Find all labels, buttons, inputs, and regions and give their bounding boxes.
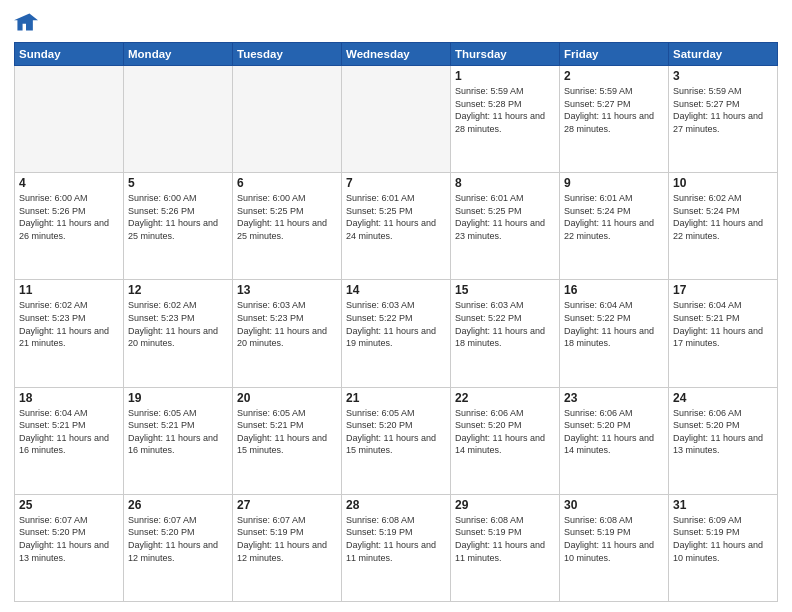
- day-number: 14: [346, 283, 446, 297]
- day-info: Sunrise: 6:00 AMSunset: 5:25 PMDaylight:…: [237, 192, 337, 242]
- logo: [14, 10, 42, 34]
- calendar-cell: 15Sunrise: 6:03 AMSunset: 5:22 PMDayligh…: [451, 280, 560, 387]
- day-info: Sunrise: 6:05 AMSunset: 5:20 PMDaylight:…: [346, 407, 446, 457]
- day-info: Sunrise: 5:59 AMSunset: 5:28 PMDaylight:…: [455, 85, 555, 135]
- calendar-cell: [15, 66, 124, 173]
- day-number: 28: [346, 498, 446, 512]
- calendar-cell: 1Sunrise: 5:59 AMSunset: 5:28 PMDaylight…: [451, 66, 560, 173]
- day-info: Sunrise: 6:02 AMSunset: 5:23 PMDaylight:…: [128, 299, 228, 349]
- day-info: Sunrise: 6:06 AMSunset: 5:20 PMDaylight:…: [564, 407, 664, 457]
- day-info: Sunrise: 6:03 AMSunset: 5:22 PMDaylight:…: [455, 299, 555, 349]
- day-number: 13: [237, 283, 337, 297]
- day-info: Sunrise: 6:07 AMSunset: 5:20 PMDaylight:…: [19, 514, 119, 564]
- day-info: Sunrise: 6:06 AMSunset: 5:20 PMDaylight:…: [455, 407, 555, 457]
- calendar-cell: 14Sunrise: 6:03 AMSunset: 5:22 PMDayligh…: [342, 280, 451, 387]
- calendar-cell: 18Sunrise: 6:04 AMSunset: 5:21 PMDayligh…: [15, 387, 124, 494]
- calendar-cell: 12Sunrise: 6:02 AMSunset: 5:23 PMDayligh…: [124, 280, 233, 387]
- calendar-table: SundayMondayTuesdayWednesdayThursdayFrid…: [14, 42, 778, 602]
- day-info: Sunrise: 6:09 AMSunset: 5:19 PMDaylight:…: [673, 514, 773, 564]
- col-header-thursday: Thursday: [451, 43, 560, 66]
- day-info: Sunrise: 6:07 AMSunset: 5:20 PMDaylight:…: [128, 514, 228, 564]
- calendar-cell: 6Sunrise: 6:00 AMSunset: 5:25 PMDaylight…: [233, 173, 342, 280]
- day-info: Sunrise: 6:05 AMSunset: 5:21 PMDaylight:…: [237, 407, 337, 457]
- day-number: 31: [673, 498, 773, 512]
- day-info: Sunrise: 6:01 AMSunset: 5:24 PMDaylight:…: [564, 192, 664, 242]
- day-info: Sunrise: 6:03 AMSunset: 5:22 PMDaylight:…: [346, 299, 446, 349]
- day-number: 20: [237, 391, 337, 405]
- calendar-cell: [124, 66, 233, 173]
- calendar-cell: 23Sunrise: 6:06 AMSunset: 5:20 PMDayligh…: [560, 387, 669, 494]
- calendar-cell: 13Sunrise: 6:03 AMSunset: 5:23 PMDayligh…: [233, 280, 342, 387]
- day-number: 27: [237, 498, 337, 512]
- day-number: 12: [128, 283, 228, 297]
- calendar-cell: 17Sunrise: 6:04 AMSunset: 5:21 PMDayligh…: [669, 280, 778, 387]
- day-info: Sunrise: 6:06 AMSunset: 5:20 PMDaylight:…: [673, 407, 773, 457]
- calendar-header-row: SundayMondayTuesdayWednesdayThursdayFrid…: [15, 43, 778, 66]
- calendar-cell: 16Sunrise: 6:04 AMSunset: 5:22 PMDayligh…: [560, 280, 669, 387]
- col-header-saturday: Saturday: [669, 43, 778, 66]
- calendar-cell: 27Sunrise: 6:07 AMSunset: 5:19 PMDayligh…: [233, 494, 342, 601]
- day-number: 22: [455, 391, 555, 405]
- calendar-cell: 10Sunrise: 6:02 AMSunset: 5:24 PMDayligh…: [669, 173, 778, 280]
- col-header-sunday: Sunday: [15, 43, 124, 66]
- week-row-3: 11Sunrise: 6:02 AMSunset: 5:23 PMDayligh…: [15, 280, 778, 387]
- calendar-cell: 24Sunrise: 6:06 AMSunset: 5:20 PMDayligh…: [669, 387, 778, 494]
- day-number: 21: [346, 391, 446, 405]
- day-info: Sunrise: 6:07 AMSunset: 5:19 PMDaylight:…: [237, 514, 337, 564]
- day-number: 5: [128, 176, 228, 190]
- day-number: 7: [346, 176, 446, 190]
- col-header-friday: Friday: [560, 43, 669, 66]
- calendar-cell: 30Sunrise: 6:08 AMSunset: 5:19 PMDayligh…: [560, 494, 669, 601]
- day-info: Sunrise: 6:04 AMSunset: 5:21 PMDaylight:…: [673, 299, 773, 349]
- day-number: 26: [128, 498, 228, 512]
- day-number: 16: [564, 283, 664, 297]
- day-number: 6: [237, 176, 337, 190]
- day-number: 9: [564, 176, 664, 190]
- week-row-2: 4Sunrise: 6:00 AMSunset: 5:26 PMDaylight…: [15, 173, 778, 280]
- logo-icon: [14, 10, 38, 34]
- day-number: 4: [19, 176, 119, 190]
- day-number: 10: [673, 176, 773, 190]
- week-row-1: 1Sunrise: 5:59 AMSunset: 5:28 PMDaylight…: [15, 66, 778, 173]
- svg-marker-0: [14, 13, 38, 30]
- calendar-cell: 31Sunrise: 6:09 AMSunset: 5:19 PMDayligh…: [669, 494, 778, 601]
- day-info: Sunrise: 6:08 AMSunset: 5:19 PMDaylight:…: [346, 514, 446, 564]
- calendar-cell: 2Sunrise: 5:59 AMSunset: 5:27 PMDaylight…: [560, 66, 669, 173]
- day-number: 1: [455, 69, 555, 83]
- calendar-cell: 8Sunrise: 6:01 AMSunset: 5:25 PMDaylight…: [451, 173, 560, 280]
- header: [14, 10, 778, 34]
- day-info: Sunrise: 6:04 AMSunset: 5:22 PMDaylight:…: [564, 299, 664, 349]
- day-number: 18: [19, 391, 119, 405]
- calendar-cell: 4Sunrise: 6:00 AMSunset: 5:26 PMDaylight…: [15, 173, 124, 280]
- day-number: 8: [455, 176, 555, 190]
- calendar-cell: [342, 66, 451, 173]
- calendar-cell: 3Sunrise: 5:59 AMSunset: 5:27 PMDaylight…: [669, 66, 778, 173]
- col-header-tuesday: Tuesday: [233, 43, 342, 66]
- calendar-cell: 20Sunrise: 6:05 AMSunset: 5:21 PMDayligh…: [233, 387, 342, 494]
- calendar-cell: 21Sunrise: 6:05 AMSunset: 5:20 PMDayligh…: [342, 387, 451, 494]
- week-row-4: 18Sunrise: 6:04 AMSunset: 5:21 PMDayligh…: [15, 387, 778, 494]
- week-row-5: 25Sunrise: 6:07 AMSunset: 5:20 PMDayligh…: [15, 494, 778, 601]
- day-number: 3: [673, 69, 773, 83]
- col-header-wednesday: Wednesday: [342, 43, 451, 66]
- day-info: Sunrise: 6:08 AMSunset: 5:19 PMDaylight:…: [564, 514, 664, 564]
- day-number: 29: [455, 498, 555, 512]
- day-number: 19: [128, 391, 228, 405]
- day-info: Sunrise: 5:59 AMSunset: 5:27 PMDaylight:…: [564, 85, 664, 135]
- calendar-cell: 19Sunrise: 6:05 AMSunset: 5:21 PMDayligh…: [124, 387, 233, 494]
- day-number: 2: [564, 69, 664, 83]
- calendar-cell: 22Sunrise: 6:06 AMSunset: 5:20 PMDayligh…: [451, 387, 560, 494]
- calendar-cell: [233, 66, 342, 173]
- day-number: 30: [564, 498, 664, 512]
- calendar-cell: 9Sunrise: 6:01 AMSunset: 5:24 PMDaylight…: [560, 173, 669, 280]
- day-info: Sunrise: 6:01 AMSunset: 5:25 PMDaylight:…: [455, 192, 555, 242]
- day-number: 17: [673, 283, 773, 297]
- day-number: 23: [564, 391, 664, 405]
- day-number: 15: [455, 283, 555, 297]
- day-info: Sunrise: 5:59 AMSunset: 5:27 PMDaylight:…: [673, 85, 773, 135]
- calendar-cell: 11Sunrise: 6:02 AMSunset: 5:23 PMDayligh…: [15, 280, 124, 387]
- day-number: 24: [673, 391, 773, 405]
- calendar-cell: 25Sunrise: 6:07 AMSunset: 5:20 PMDayligh…: [15, 494, 124, 601]
- calendar-cell: 28Sunrise: 6:08 AMSunset: 5:19 PMDayligh…: [342, 494, 451, 601]
- day-info: Sunrise: 6:05 AMSunset: 5:21 PMDaylight:…: [128, 407, 228, 457]
